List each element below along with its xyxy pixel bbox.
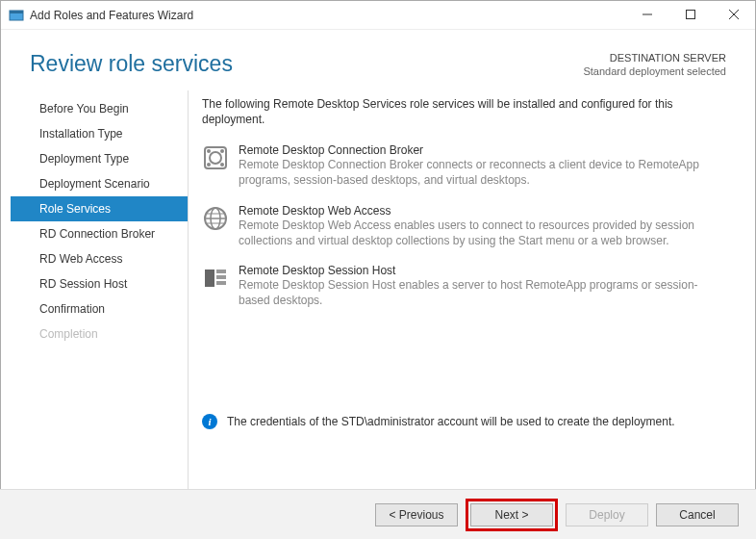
- titlebar: Add Roles and Features Wizard: [1, 1, 755, 30]
- svg-point-11: [220, 163, 224, 167]
- step-deployment-scenario[interactable]: Deployment Scenario: [11, 171, 188, 196]
- minimize-button[interactable]: [625, 1, 668, 28]
- step-before-you-begin[interactable]: Before You Begin: [11, 96, 188, 121]
- step-deployment-type[interactable]: Deployment Type: [11, 146, 188, 171]
- role-session-host: Remote Desktop Session Host Remote Deskt…: [202, 264, 726, 308]
- svg-point-7: [210, 152, 221, 164]
- svg-rect-3: [686, 11, 694, 19]
- step-installation-type[interactable]: Installation Type: [11, 121, 188, 146]
- wizard-sidebar: Before You Begin Installation Type Deplo…: [11, 90, 189, 493]
- maximize-button[interactable]: [668, 1, 712, 28]
- step-rd-web-access[interactable]: RD Web Access: [11, 246, 188, 271]
- close-button[interactable]: [712, 1, 755, 28]
- info-bar: i The credentials of the STD\administrat…: [202, 414, 726, 429]
- app-icon: [9, 8, 24, 23]
- wizard-footer: < Previous Next > Deploy Cancel: [0, 489, 756, 539]
- step-rd-connection-broker[interactable]: RD Connection Broker: [11, 221, 188, 246]
- role-title: Remote Desktop Web Access: [239, 204, 726, 218]
- svg-rect-20: [216, 281, 226, 285]
- window-title: Add Roles and Features Wizard: [30, 9, 625, 22]
- wizard-content: The following Remote Desktop Services ro…: [189, 90, 755, 493]
- info-text: The credentials of the STD\administrator…: [227, 415, 675, 428]
- svg-point-8: [207, 149, 211, 153]
- svg-point-9: [220, 149, 224, 153]
- destination-value: Standard deployment selected: [583, 64, 726, 78]
- role-title: Remote Desktop Session Host: [239, 264, 726, 277]
- step-role-services[interactable]: Role Services: [11, 196, 188, 221]
- cancel-button[interactable]: Cancel: [656, 503, 739, 526]
- role-desc: Remote Desktop Web Access enables users …: [239, 218, 726, 248]
- next-highlight: Next >: [466, 499, 558, 531]
- role-desc: Remote Desktop Connection Broker connect…: [239, 157, 726, 188]
- wizard-header: Review role services DESTINATION SERVER …: [1, 30, 755, 79]
- svg-rect-17: [205, 270, 214, 287]
- destination-label: DESTINATION SERVER: [583, 51, 726, 64]
- window-controls: [625, 1, 755, 29]
- step-completion: Completion: [11, 321, 188, 346]
- info-icon: i: [202, 414, 217, 429]
- step-rd-session-host[interactable]: RD Session Host: [11, 271, 188, 296]
- next-button[interactable]: Next >: [470, 503, 553, 526]
- intro-text: The following Remote Desktop Services ro…: [202, 96, 726, 129]
- role-desc: Remote Desktop Session Host enables a se…: [239, 277, 726, 308]
- svg-rect-18: [216, 270, 226, 273]
- session-host-icon: [202, 266, 229, 293]
- role-connection-broker: Remote Desktop Connection Broker Remote …: [202, 143, 726, 188]
- svg-rect-1: [10, 11, 23, 13]
- connection-broker-icon: [202, 145, 229, 172]
- previous-button[interactable]: < Previous: [375, 503, 458, 526]
- svg-rect-19: [216, 275, 226, 279]
- web-access-icon: [202, 206, 229, 233]
- role-title: Remote Desktop Connection Broker: [239, 143, 726, 157]
- svg-point-10: [207, 163, 211, 167]
- page-title: Review role services: [30, 51, 233, 77]
- role-web-access: Remote Desktop Web Access Remote Desktop…: [202, 204, 726, 248]
- step-confirmation[interactable]: Confirmation: [11, 296, 188, 321]
- destination-server: DESTINATION SERVER Standard deployment s…: [583, 51, 726, 79]
- deploy-button: Deploy: [566, 503, 648, 526]
